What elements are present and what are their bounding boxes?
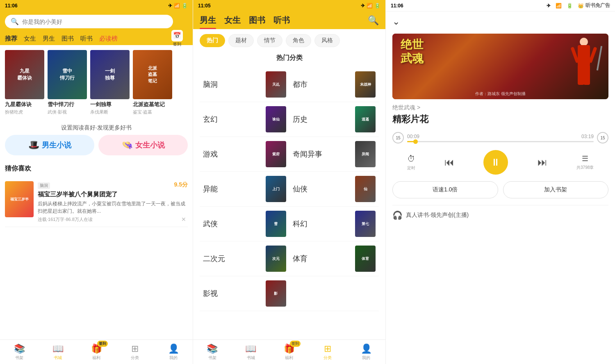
left-panel: 11:06 ✈ 📶 🔋 🔍 📅 签到 推荐 女生 男生 图书 听书 必读榜 <box>0 0 193 364</box>
left-nav-profile[interactable]: 👤 我的 <box>154 340 193 364</box>
filter-character[interactable]: 角色 <box>286 34 311 47</box>
mid-nav-audio[interactable]: 听书 <box>273 15 290 29</box>
speed-button[interactable]: 语速1.0倍 <box>392 181 498 198</box>
checkin-button[interactable]: 📅 签到 <box>171 30 183 47</box>
mid-nav-shelf[interactable]: 📚 书架 <box>193 340 232 364</box>
mid-nav: 男生 女生 图书 听书 🔍 <box>200 15 379 29</box>
book-item-4[interactable]: 北派盗墓笔记 北派盗墓笔记 鉴宝·盗墓 <box>133 50 172 115</box>
left-nav-bookstore[interactable]: 📖 书城 <box>39 340 77 364</box>
book-item-1[interactable]: 九星霸体诀 九星霸体诀 扮猪吃虎 <box>5 50 44 115</box>
bookstore-icon: 📖 <box>52 344 64 354</box>
tab-female[interactable]: 女生 <box>24 35 36 45</box>
tab-audio[interactable]: 听书 <box>80 35 93 45</box>
welfare-label: 福利 <box>92 355 100 361</box>
mid-airplane-icon: ✈ <box>361 3 365 9</box>
search-bar[interactable]: 🔍 <box>5 15 173 28</box>
mid-profile-icon: 👤 <box>361 344 372 354</box>
filter-plot[interactable]: 情节 <box>257 34 282 47</box>
left-nav-welfare[interactable]: 🎁 签到 福利 <box>77 340 116 364</box>
mid-welfare-label: 福利 <box>285 355 293 361</box>
category-weird-cover: 异闻 <box>355 141 376 167</box>
shelf-label: 书架 <box>15 355 23 361</box>
left-status-bar: 11:06 ✈ 📶 🔋 <box>0 0 193 11</box>
mid-nav-profile[interactable]: 👤 我的 <box>347 340 385 364</box>
left-status-time: 11:06 <box>5 3 18 9</box>
recommend-item-1[interactable]: 福宝三岁半 脑洞 福宝三岁半被八个舅舅团宠了 9.5分 后妈从楼梯上摔跤流产，小… <box>5 177 188 227</box>
category-history[interactable]: 历史 逍遥 <box>289 102 379 137</box>
mid-search-icon[interactable]: 🔍 <box>368 15 379 29</box>
mid-status-icons: ✈ 📶 🔋 <box>361 3 380 9</box>
book-item-2[interactable]: 雪中悍刀行 雪中悍刀行 武侠·影视 <box>48 50 87 115</box>
book-title-3: 一剑独尊 <box>90 101 130 108</box>
progress-bar[interactable]: 00:09 03:19 <box>407 134 594 142</box>
category-urban[interactable]: 都市 末战神 <box>289 67 379 102</box>
ad-free-label: 听书免广告 <box>585 2 610 9</box>
category-game-cover: 紫府 <box>266 141 286 167</box>
close-button[interactable]: ✕ <box>181 216 188 223</box>
mid-bookstore-icon: 📖 <box>245 344 256 354</box>
timer-button[interactable]: ⏱ 定时 <box>407 154 415 171</box>
filter-theme[interactable]: 题材 <box>228 34 254 47</box>
category-brainstorm[interactable]: 脑洞 天乩 <box>200 67 289 102</box>
mid-header: 男生 女生 图书 听书 🔍 <box>193 11 385 29</box>
book-series-link[interactable]: 绝世武魂 > <box>392 104 608 111</box>
category-power-cover: 上门 <box>266 176 286 202</box>
recommend-info-1: 脑洞 福宝三岁半被八个舅舅团宠了 9.5分 后妈从楼梯上摔跤流产，小粟宝被罚在雪… <box>38 181 188 223</box>
category-power[interactable]: 异能 上门 <box>200 172 289 207</box>
mid-nav-welfare[interactable]: 🎁 签到 福利 <box>270 340 309 364</box>
category-xianxia-cover: 仙 <box>355 176 376 202</box>
mid-nav-bookstore[interactable]: 📖 书城 <box>232 340 270 364</box>
male-novel-button[interactable]: 🎩 男生小说 <box>5 135 94 155</box>
category-weird-name: 奇闻异事 <box>293 149 351 159</box>
category-xianxia[interactable]: 仙侠 仙 <box>289 172 379 207</box>
forward15-button[interactable]: 15 <box>597 132 608 143</box>
tab-recommend[interactable]: 推荐 <box>5 35 17 45</box>
next-button[interactable]: ⏭ <box>538 157 547 168</box>
mid-nav-books[interactable]: 图书 <box>249 15 265 29</box>
search-input[interactable] <box>22 18 167 25</box>
category-martial[interactable]: 武侠 雪 <box>200 207 289 241</box>
add-shelf-button[interactable]: 加入书架 <box>503 181 609 198</box>
shelf-icon: 📚 <box>14 344 25 354</box>
category-fantasy[interactable]: 玄幻 诛仙 <box>200 102 289 137</box>
airplane-icon: ✈ <box>168 3 172 9</box>
tab-books[interactable]: 图书 <box>61 35 74 45</box>
mid-shelf-label: 书架 <box>208 355 216 361</box>
progress-bar-bg[interactable] <box>407 141 594 142</box>
category-film[interactable]: 影视 影 <box>200 276 289 311</box>
left-bottom-nav: 📚 书架 📖 书城 🎁 签到 福利 ⊞ 分类 👤 我的 <box>0 339 193 364</box>
category-weird[interactable]: 奇闻异事 异闻 <box>289 137 379 172</box>
category-anime[interactable]: 二次元 次元 <box>200 241 289 276</box>
category-sports[interactable]: 体育 体育 <box>289 241 379 276</box>
book-item-3[interactable]: 一剑独尊 一剑独尊 杀伐果断 <box>90 50 130 115</box>
recommend-title: 猜你喜欢 <box>5 164 188 173</box>
category-game[interactable]: 游戏 紫府 <box>200 137 289 172</box>
category-empty <box>289 276 379 311</box>
left-nav-category[interactable]: ⊞ 分类 <box>116 340 154 364</box>
rec-score: 9.5分 <box>174 181 188 189</box>
prev-button[interactable]: ⏮ <box>444 157 454 168</box>
filter-hot[interactable]: 热门 <box>200 34 225 47</box>
chapters-button[interactable]: ☰ 共3798章 <box>576 154 594 171</box>
rec-desc: 后妈从楼梯上摔跤流产，小粟宝被罚在雪地里跪了一天一夜，被当成扫把星赶出家门。就在… <box>38 200 188 215</box>
book-cover-1: 九星霸体诀 <box>5 50 44 99</box>
crown-icon: 👑 <box>578 3 584 9</box>
play-pause-button[interactable]: ⏸ <box>483 150 508 175</box>
mid-nav-female[interactable]: 女生 <box>224 15 241 29</box>
battery-icon: 🔋 <box>182 3 188 9</box>
category-scifi[interactable]: 科幻 第七 <box>289 207 379 241</box>
tab-male[interactable]: 男生 <box>43 35 55 45</box>
female-novel-button[interactable]: 👒 女生小说 <box>98 135 188 155</box>
back15-button[interactable]: 15 <box>392 132 404 143</box>
left-nav-shelf[interactable]: 📚 书架 <box>0 340 39 364</box>
collapse-icon[interactable]: ⌄ <box>392 16 400 27</box>
mid-nav-category[interactable]: ⊞ 分类 <box>308 340 347 364</box>
tab-mustread[interactable]: 必读榜 <box>99 35 118 45</box>
ad-free-section[interactable]: 👑 听书免广告 <box>578 2 610 9</box>
mid-nav-male[interactable]: 男生 <box>200 15 216 29</box>
preference-section: 设置阅读喜好·发现更多好书 🎩 男生小说 👒 女生小说 <box>0 120 193 159</box>
progress-total: 03:19 <box>581 134 594 139</box>
right-collapse-header: ⌄ <box>386 11 615 27</box>
filter-style[interactable]: 风格 <box>314 34 340 47</box>
book-banner: 绝世 武魂 作者：路城东 领先声创制播 <box>392 34 608 99</box>
